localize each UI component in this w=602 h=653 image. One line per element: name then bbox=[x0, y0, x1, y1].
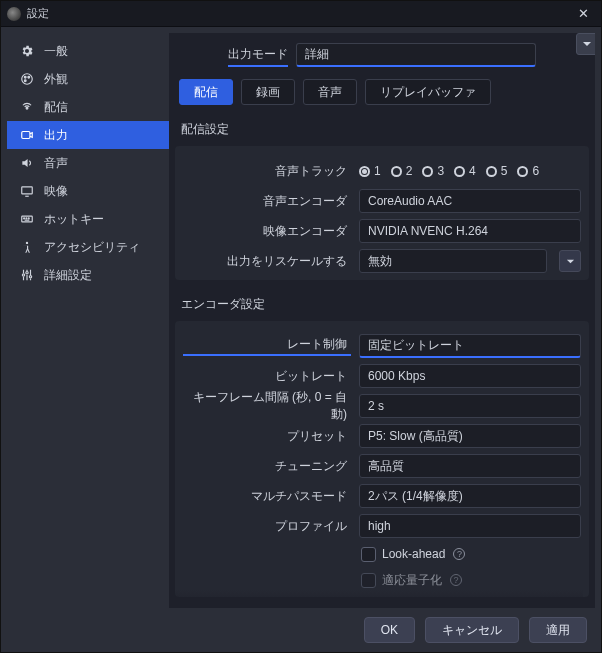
monitor-icon bbox=[19, 184, 34, 198]
sidebar-item-hotkeys[interactable]: ホットキー bbox=[7, 205, 169, 233]
close-button[interactable]: ✕ bbox=[572, 4, 595, 23]
apply-button[interactable]: 適用 bbox=[529, 617, 587, 643]
window-title: 設定 bbox=[27, 6, 49, 21]
sidebar: 一般 外観 配信 出力 音声 映像 ホットキー アクセシビリティ bbox=[7, 33, 169, 608]
profile-row: プロファイル high bbox=[183, 511, 581, 541]
radio-icon bbox=[454, 166, 465, 177]
chevron-down-icon[interactable] bbox=[559, 250, 581, 272]
tuning-row: チューニング 高品質 bbox=[183, 451, 581, 481]
track-1[interactable]: 1 bbox=[359, 164, 381, 178]
gear-icon bbox=[19, 44, 34, 58]
svg-point-2 bbox=[27, 76, 29, 78]
lookahead-row[interactable]: Look-ahead ? bbox=[183, 541, 581, 567]
radio-icon bbox=[359, 166, 370, 177]
scroll-area[interactable]: 配信設定 音声トラック 1 2 3 4 5 6 音声エンコーダ CoreAudi… bbox=[169, 115, 595, 608]
chevron-down-icon[interactable] bbox=[576, 33, 595, 55]
checkbox-icon bbox=[361, 547, 376, 562]
audio-encoder-label: 音声エンコーダ bbox=[183, 193, 351, 210]
keyframe-input[interactable]: 2 s bbox=[359, 394, 581, 418]
svg-point-3 bbox=[24, 80, 26, 82]
sidebar-item-stream[interactable]: 配信 bbox=[7, 93, 169, 121]
paint-icon bbox=[19, 72, 34, 86]
profile-select[interactable]: high bbox=[359, 514, 581, 538]
app-icon bbox=[7, 7, 21, 21]
rate-control-row: レート制御 固定ビットレート bbox=[183, 331, 581, 361]
keyframe-label: キーフレーム間隔 (秒, 0 = 自動) bbox=[183, 389, 351, 423]
help-icon[interactable]: ? bbox=[450, 574, 462, 586]
rescale-select[interactable]: 無効 bbox=[359, 249, 547, 273]
svg-point-1 bbox=[24, 76, 26, 78]
audio-track-radios: 1 2 3 4 5 6 bbox=[359, 164, 539, 178]
preset-row: プリセット P5: Slow (高品質) bbox=[183, 421, 581, 451]
sidebar-item-advanced[interactable]: 詳細設定 bbox=[7, 261, 169, 289]
output-mode-label: 出力モード bbox=[228, 46, 288, 67]
stream-group: 音声トラック 1 2 3 4 5 6 音声エンコーダ CoreAudio AAC bbox=[175, 146, 589, 280]
svg-point-14 bbox=[29, 276, 31, 278]
output-mode-value: 詳細 bbox=[305, 46, 329, 63]
help-icon[interactable]: ? bbox=[453, 548, 465, 560]
output-mode-select[interactable]: 詳細 bbox=[296, 43, 536, 67]
footer: OK キャンセル 適用 bbox=[1, 608, 601, 652]
sidebar-item-output[interactable]: 出力 bbox=[7, 121, 169, 149]
sidebar-label: 音声 bbox=[44, 155, 68, 172]
audio-track-row: 音声トラック 1 2 3 4 5 6 bbox=[183, 156, 581, 186]
svg-point-8 bbox=[23, 218, 24, 219]
multipass-row: マルチパスモード 2パス (1/4解像度) bbox=[183, 481, 581, 511]
track-6[interactable]: 6 bbox=[517, 164, 539, 178]
output-mode-row: 出力モード 詳細 bbox=[169, 33, 595, 73]
tools-icon bbox=[19, 268, 34, 282]
output-tabs: 配信 録画 音声 リプレイバッファ bbox=[169, 73, 595, 115]
rescale-label: 出力をリスケールする bbox=[183, 253, 351, 270]
svg-rect-5 bbox=[21, 132, 29, 139]
output-icon bbox=[19, 128, 34, 142]
video-encoder-select[interactable]: NVIDIA NVENC H.264 bbox=[359, 219, 581, 243]
keyframe-row: キーフレーム間隔 (秒, 0 = 自動) 2 s bbox=[183, 391, 581, 421]
tuning-select[interactable]: 高品質 bbox=[359, 454, 581, 478]
bitrate-input[interactable]: 6000 Kbps bbox=[359, 364, 581, 388]
sidebar-label: 詳細設定 bbox=[44, 267, 92, 284]
radio-icon bbox=[422, 166, 433, 177]
tab-streaming[interactable]: 配信 bbox=[179, 79, 233, 105]
svg-point-10 bbox=[28, 218, 29, 219]
antenna-icon bbox=[19, 100, 34, 114]
preset-label: プリセット bbox=[183, 428, 351, 445]
cancel-button[interactable]: キャンセル bbox=[425, 617, 519, 643]
sidebar-item-audio[interactable]: 音声 bbox=[7, 149, 169, 177]
titlebar: 設定 ✕ bbox=[1, 1, 601, 27]
ok-button[interactable]: OK bbox=[364, 617, 415, 643]
sidebar-item-appearance[interactable]: 外観 bbox=[7, 65, 169, 93]
sidebar-label: 出力 bbox=[44, 127, 68, 144]
sidebar-item-video[interactable]: 映像 bbox=[7, 177, 169, 205]
track-4[interactable]: 4 bbox=[454, 164, 476, 178]
track-3[interactable]: 3 bbox=[422, 164, 444, 178]
radio-icon bbox=[391, 166, 402, 177]
sidebar-item-general[interactable]: 一般 bbox=[7, 37, 169, 65]
multipass-label: マルチパスモード bbox=[183, 488, 351, 505]
psycho-row[interactable]: 適応量子化 ? bbox=[183, 567, 581, 593]
accessibility-icon bbox=[19, 240, 34, 254]
content-panel: 出力モード 詳細 配信 録画 音声 リプレイバッファ 配信設定 音声トラック 1… bbox=[169, 33, 595, 608]
sidebar-label: 映像 bbox=[44, 183, 68, 200]
tab-recording[interactable]: 録画 bbox=[241, 79, 295, 105]
sidebar-label: 配信 bbox=[44, 99, 68, 116]
audio-encoder-select[interactable]: CoreAudio AAC bbox=[359, 189, 581, 213]
sidebar-item-accessibility[interactable]: アクセシビリティ bbox=[7, 233, 169, 261]
psycho-label: 適応量子化 bbox=[382, 572, 442, 589]
multipass-select[interactable]: 2パス (1/4解像度) bbox=[359, 484, 581, 508]
svg-rect-6 bbox=[21, 187, 32, 194]
track-2[interactable]: 2 bbox=[391, 164, 413, 178]
rate-control-select[interactable]: 固定ビットレート bbox=[359, 334, 581, 358]
body: 一般 外観 配信 出力 音声 映像 ホットキー アクセシビリティ bbox=[1, 27, 601, 608]
tuning-label: チューニング bbox=[183, 458, 351, 475]
speaker-icon bbox=[19, 156, 34, 170]
track-5[interactable]: 5 bbox=[486, 164, 508, 178]
svg-point-13 bbox=[25, 272, 27, 274]
keyboard-icon bbox=[19, 212, 34, 226]
profile-label: プロファイル bbox=[183, 518, 351, 535]
tab-replay-buffer[interactable]: リプレイバッファ bbox=[365, 79, 491, 105]
tab-audio[interactable]: 音声 bbox=[303, 79, 357, 105]
preset-select[interactable]: P5: Slow (高品質) bbox=[359, 424, 581, 448]
encoder-group-title: エンコーダ設定 bbox=[169, 290, 595, 317]
svg-point-4 bbox=[26, 107, 28, 109]
sidebar-label: アクセシビリティ bbox=[44, 239, 140, 256]
